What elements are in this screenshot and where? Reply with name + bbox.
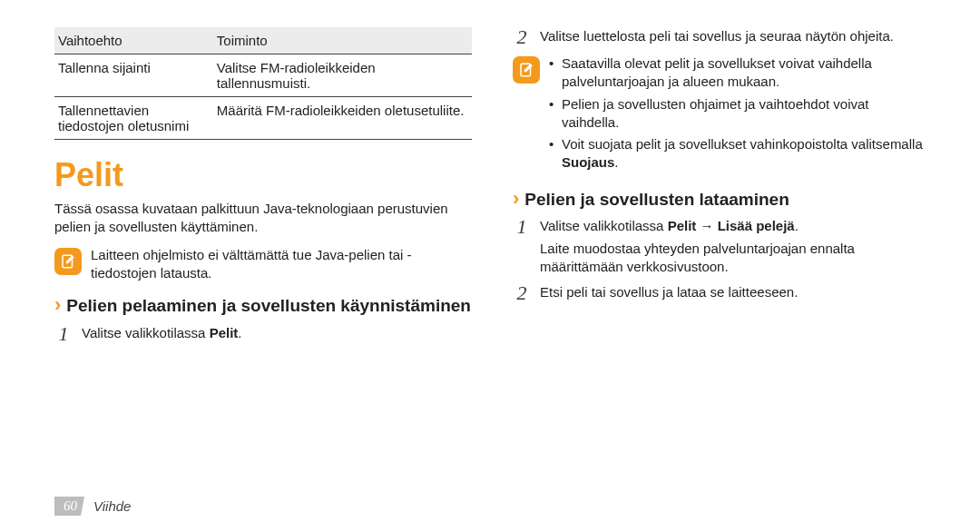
- subheading-download: › Pelien ja sovellusten lataaminen: [513, 189, 930, 211]
- step-text-bold: Pelit: [668, 218, 697, 233]
- note-text: Laitteen ohjelmisto ei välttämättä tue J…: [91, 246, 472, 283]
- table-row: Tallenna sijainti Valitse FM-radioleikke…: [54, 54, 472, 97]
- page-number: 60: [54, 497, 84, 516]
- note-item-suffix: .: [614, 154, 618, 170]
- step-row: 2 Valitse luettelosta peli tai sovellus …: [513, 27, 930, 47]
- option-name: Tallenna sijainti: [54, 54, 213, 97]
- chevron-icon: ›: [54, 295, 61, 315]
- note-item: Saatavilla olevat pelit ja sovellukset v…: [549, 54, 930, 92]
- step-row: 1 Valitse valikkotilassa Pelit.: [54, 324, 472, 344]
- step-number: 2: [513, 27, 531, 47]
- note-icon: [54, 248, 82, 275]
- page-footer: 60 Viihde: [54, 497, 131, 516]
- step-text: Valitse luettelosta peli tai sovellus ja…: [540, 27, 894, 45]
- step-row: 1 Valitse valikkotilassa Pelit → Lisää p…: [513, 217, 930, 276]
- step-number: 2: [513, 283, 531, 303]
- step-text-bold: Pelit: [210, 325, 239, 340]
- table-row: Tallennettavien tiedostojen oletusnimi M…: [54, 97, 472, 140]
- step-text: Etsi peli tai sovellus ja lataa se laitt…: [540, 283, 798, 301]
- step-text-bold: Lisää pelejä: [718, 218, 795, 233]
- note-item: Voit suojata pelit ja sovellukset vahink…: [549, 135, 930, 172]
- chevron-icon: ›: [513, 189, 519, 209]
- step-text-prefix: Valitse valikkotilassa: [540, 218, 668, 233]
- step-text-suffix: .: [238, 325, 241, 340]
- option-desc: Määritä FM-radioleikkeiden oletusetuliit…: [213, 97, 472, 140]
- step-text: Valitse valikkotilassa Pelit.: [82, 324, 241, 342]
- step-text-prefix: Valitse valikkotilassa: [82, 325, 210, 340]
- note-item-text: Voit suojata pelit ja sovellukset vahink…: [562, 136, 923, 152]
- note-block: Laitteen ohjelmisto ei välttämättä tue J…: [54, 246, 472, 283]
- arrow-text: →: [696, 218, 717, 233]
- table-header-option: Vaihtoehto: [54, 27, 213, 54]
- section-intro: Tässä osassa kuvataan palkittuun Java-te…: [54, 200, 472, 237]
- option-desc: Valitse FM-radioleikkeiden tallennusmuis…: [213, 54, 472, 97]
- step-number: 1: [513, 217, 531, 237]
- footer-section-name: Viihde: [93, 498, 131, 514]
- options-table: Vaihtoehto Toiminto Tallenna sijainti Va…: [54, 27, 472, 140]
- table-header-function: Toiminto: [213, 27, 472, 54]
- step-text-suffix: .: [795, 218, 799, 233]
- subheading-label: Pelien ja sovellusten lataaminen: [524, 189, 789, 211]
- step-extra-text: Laite muodostaa yhteyden palveluntarjoaj…: [540, 240, 930, 277]
- step-text: Valitse valikkotilassa Pelit → Lisää pel…: [540, 217, 930, 276]
- note-text: Saatavilla olevat pelit ja sovellukset v…: [549, 54, 930, 176]
- subheading-label: Pelien pelaaminen ja sovellusten käynnis…: [66, 295, 471, 317]
- option-name: Tallennettavien tiedostojen oletusnimi: [54, 97, 213, 140]
- step-number: 1: [54, 324, 73, 344]
- section-heading-pelit: Pelit: [54, 156, 472, 194]
- subheading-play-launch: › Pelien pelaaminen ja sovellusten käynn…: [54, 295, 472, 317]
- note-item: Pelien ja sovellusten ohjaimet ja vaihto…: [549, 95, 930, 133]
- step-row: 2 Etsi peli tai sovellus ja lataa se lai…: [513, 283, 930, 303]
- note-block: Saatavilla olevat pelit ja sovellukset v…: [513, 54, 930, 176]
- note-item-bold: Suojaus: [562, 154, 614, 170]
- note-icon: [513, 56, 540, 84]
